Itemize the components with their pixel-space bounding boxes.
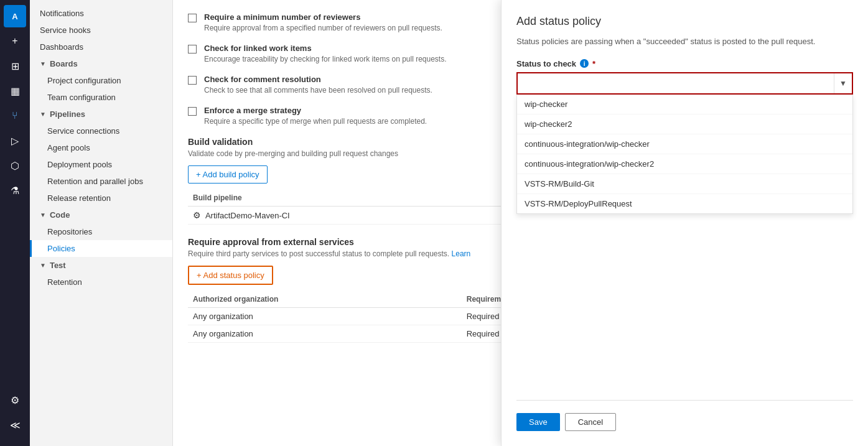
- artifacts-nav-icon[interactable]: ⚗: [4, 179, 26, 202]
- cancel-button[interactable]: Cancel: [565, 413, 616, 431]
- policy-desc-comment: Check to see that all comments have been…: [204, 86, 432, 95]
- sidebar: Notifications Service hooks Dashboards ▼…: [30, 0, 173, 446]
- sidebar-item-release-retention[interactable]: Release retention: [30, 190, 172, 207]
- sidebar-item-notifications[interactable]: Notifications: [30, 5, 172, 22]
- status-options-list: wip-checker wip-checker2 continuous-inte…: [516, 95, 853, 214]
- pipeline-icon: ⚙: [193, 210, 201, 220]
- overlay-title: Add status policy: [516, 15, 853, 28]
- boards-chevron: ▼: [40, 60, 46, 67]
- sidebar-item-project-config[interactable]: Project configuration: [30, 72, 172, 89]
- sidebar-item-policies[interactable]: Policies: [30, 240, 172, 257]
- sidebar-item-repositories[interactable]: Repositories: [30, 223, 172, 240]
- add-build-policy-button[interactable]: + Add build policy: [188, 165, 268, 184]
- status-check-dropdown: ▼: [516, 72, 853, 95]
- policy-desc-work-items: Encourage traceability by checking for l…: [204, 55, 447, 63]
- main-content: Require a minimum number of reviewers Re…: [173, 0, 868, 446]
- status-check-input[interactable]: [518, 73, 834, 93]
- code-section-header[interactable]: ▼ Code: [30, 207, 172, 223]
- test-nav-icon[interactable]: ⬡: [4, 154, 26, 177]
- settings-nav-icon[interactable]: ⚙: [4, 389, 26, 411]
- overview-icon[interactable]: ⊞: [4, 55, 26, 77]
- dropdown-option-4[interactable]: VSTS-RM/Build-Git: [517, 174, 852, 194]
- policy-title-work-items: Check for linked work items: [204, 44, 447, 53]
- add-status-policy-button[interactable]: + Add status policy: [188, 266, 273, 285]
- sidebar-item-deployment-pools[interactable]: Deployment pools: [30, 156, 172, 173]
- overlay-description: Status policies are passing when a "succ…: [516, 35, 853, 48]
- pipelines-section-header[interactable]: ▼ Pipelines: [30, 106, 172, 123]
- policy-checkbox-comment[interactable]: [188, 76, 197, 85]
- sidebar-item-service-hooks[interactable]: Service hooks: [30, 22, 172, 39]
- policy-checkbox-merge[interactable]: [188, 107, 197, 116]
- dropdown-option-2[interactable]: continuous-integration/wip-checker: [517, 134, 852, 154]
- dropdown-option-3[interactable]: continuous-integration/wip-checker2: [517, 154, 852, 174]
- sidebar-item-agent-pools[interactable]: Agent pools: [30, 139, 172, 156]
- add-icon[interactable]: +: [4, 30, 26, 52]
- sidebar-item-retention-parallel[interactable]: Retention and parallel jobs: [30, 173, 172, 190]
- collapse-nav-icon[interactable]: ≪: [4, 414, 26, 436]
- boards-nav-icon[interactable]: ▦: [4, 80, 26, 102]
- org-name-2: Any organization: [188, 325, 462, 343]
- col-build-pipeline: Build pipeline: [188, 190, 531, 207]
- add-status-policy-panel: Add status policy Status policies are pa…: [501, 0, 868, 446]
- pipelines-chevron: ▼: [40, 111, 46, 118]
- col-auth-org: Authorized organization: [188, 291, 462, 308]
- user-avatar[interactable]: A: [4, 5, 26, 27]
- policy-title-reviewers: Require a minimum number of reviewers: [204, 12, 442, 22]
- save-button[interactable]: Save: [516, 413, 560, 431]
- learn-more-link[interactable]: Learn: [452, 249, 471, 258]
- repos-nav-icon[interactable]: ⑂: [4, 105, 26, 127]
- policy-title-comment: Check for comment resolution: [204, 75, 432, 84]
- policy-checkbox-reviewers[interactable]: [188, 14, 197, 22]
- org-name-1: Any organization: [188, 308, 462, 325]
- info-icon[interactable]: i: [580, 59, 589, 68]
- status-to-check-field: Status to check i * ▼ wip-checker wip-ch…: [516, 59, 853, 214]
- pipelines-nav-icon[interactable]: ▷: [4, 129, 26, 152]
- policy-title-merge: Enforce a merge strategy: [204, 106, 427, 115]
- dropdown-arrow-icon[interactable]: ▼: [834, 73, 852, 93]
- dropdown-option-1[interactable]: wip-checker2: [517, 114, 852, 134]
- policy-checkbox-work-items[interactable]: [188, 45, 197, 53]
- policy-desc-reviewers: Require approval from a specified number…: [204, 24, 442, 32]
- pipeline-name: ⚙ ArtifactDemo-Maven-CI: [188, 207, 531, 225]
- icon-navigation: A + ⊞ ▦ ⑂ ▷ ⬡ ⚗ ⚙ ≪: [0, 0, 30, 446]
- overlay-footer: Save Cancel: [516, 400, 853, 431]
- sidebar-item-dashboards[interactable]: Dashboards: [30, 39, 172, 55]
- sidebar-item-service-connections[interactable]: Service connections: [30, 123, 172, 139]
- test-section-header[interactable]: ▼ Test: [30, 257, 172, 274]
- dropdown-option-5[interactable]: VSTS-RM/DeployPullRequest: [517, 194, 852, 213]
- test-chevron: ▼: [40, 262, 46, 269]
- code-chevron: ▼: [40, 211, 46, 218]
- required-star: *: [592, 59, 595, 68]
- boards-section-header[interactable]: ▼ Boards: [30, 55, 172, 72]
- dropdown-option-0[interactable]: wip-checker: [517, 95, 852, 114]
- sidebar-item-team-config[interactable]: Team configuration: [30, 89, 172, 106]
- policy-desc-merge: Require a specific type of merge when pu…: [204, 117, 427, 126]
- field-label-status: Status to check i *: [516, 59, 853, 68]
- sidebar-item-retention[interactable]: Retention: [30, 274, 172, 290]
